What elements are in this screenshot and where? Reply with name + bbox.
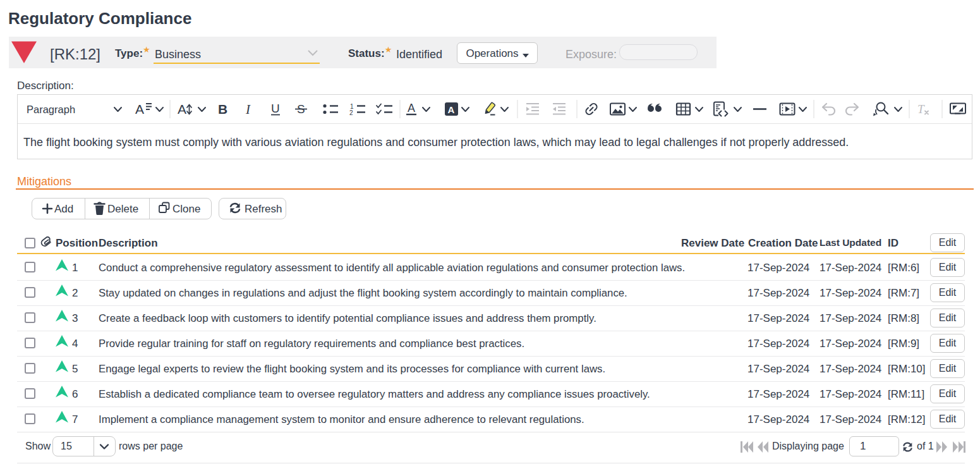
svg-text:T: T: [917, 102, 925, 116]
svg-text:U: U: [271, 102, 280, 115]
svg-text:A: A: [448, 104, 455, 115]
svg-text:Clone: Clone: [172, 203, 200, 215]
svg-text:I: I: [245, 102, 251, 117]
svg-text:A: A: [178, 102, 186, 116]
svg-text:2: 2: [349, 109, 353, 116]
svg-text:Add: Add: [54, 203, 73, 215]
svg-text:B: B: [218, 102, 227, 116]
svg-text:Refresh: Refresh: [245, 203, 282, 215]
svg-text:A: A: [408, 102, 415, 114]
svg-text:Delete: Delete: [107, 203, 138, 215]
svg-text:A: A: [135, 102, 144, 116]
svg-text:Paragraph: Paragraph: [27, 104, 75, 115]
